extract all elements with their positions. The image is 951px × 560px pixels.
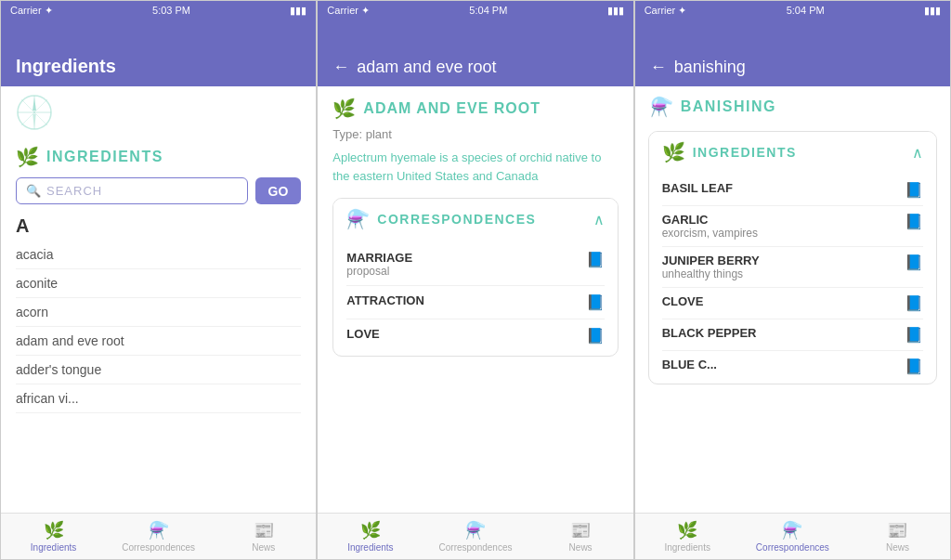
corr-name-attraction: ATTRACTION	[346, 293, 424, 307]
ingr-sub-garlic: exorcism, vampires	[662, 227, 758, 240]
tab-news-1[interactable]: 📰 News	[211, 514, 316, 559]
tab-bar-2: 🌿 Ingredients ⚗️ Correspondences 📰 News	[318, 513, 632, 559]
banishing-section-header: ⚗️ BANISHING	[635, 86, 950, 122]
header-title-2: adam and eve root	[357, 58, 496, 77]
ingr-item-text: JUNIPER BERRY unhealthy things	[662, 254, 760, 280]
content-2: 🌿 ADAM AND EVE ROOT Type: plant Aplectru…	[318, 86, 632, 513]
correspondences-header: ⚗️ CORRESPONDENCES ∧	[333, 199, 617, 240]
time-2: 5:04 PM	[469, 5, 507, 16]
list-item[interactable]: african vi...	[16, 384, 301, 413]
flask-icon: ⚗️	[346, 208, 370, 230]
tab-label-corr-1: Correspondences	[122, 542, 195, 553]
corr-item-text: MARRIAGE proposal	[346, 251, 412, 278]
section-header-1: 🌿 INGREDIENTS	[16, 146, 301, 168]
ingr-item-garlic[interactable]: GARLIC exorcism, vampires 📘	[662, 206, 923, 247]
tab-corr-3[interactable]: ⚗️ Correspondences	[740, 514, 845, 559]
tab-news-3[interactable]: 📰 News	[845, 514, 950, 559]
ingredient-header: 🌿 ADAM AND EVE ROOT	[332, 98, 618, 120]
search-box[interactable]: 🔍 SEARCH	[16, 177, 248, 204]
corr-name-marriage: MARRIAGE	[346, 251, 412, 265]
ingr-list-banishing: BASIL LEAF 📘 GARLIC exorcism, vampires 📘	[649, 173, 936, 384]
ingr-name-juniper: JUNIPER BERRY	[662, 254, 760, 267]
corr-list: MARRIAGE proposal 📘 ATTRACTION 📘	[333, 240, 617, 356]
ingr-item-blue[interactable]: BLUE C... 📘	[662, 351, 923, 382]
corr-item-love[interactable]: LOVE 📘	[346, 319, 604, 352]
carrier-3: Carrier ✦	[645, 5, 687, 17]
ingr-name-clove: CLOVE	[662, 294, 704, 308]
screen-ingredients: Carrier ✦ 5:03 PM ▮▮▮ Ingredients	[0, 0, 317, 560]
flask-icon-banishing: ⚗️	[650, 96, 673, 118]
chevron-up-icon-3[interactable]: ∧	[912, 144, 923, 162]
search-icon: 🔍	[26, 184, 41, 198]
carrier-2: Carrier ✦	[327, 5, 370, 17]
list-item[interactable]: acacia	[16, 241, 301, 269]
tab-label-news-3: News	[886, 542, 909, 553]
header-3: ← banishing	[635, 20, 950, 86]
tab-label-ingr-2: Ingredients	[347, 542, 393, 553]
corr-header-left: ⚗️ CORRESPONDENCES	[346, 208, 536, 230]
tab-ingredients-1[interactable]: 🌿 Ingredients	[1, 514, 106, 559]
list-item[interactable]: acorn	[16, 298, 301, 327]
tab-ingredients-3[interactable]: 🌿 Ingredients	[635, 514, 740, 559]
body-2: 🌿 ADAM AND EVE ROOT Type: plant Aplectru…	[318, 86, 632, 513]
ingr-item-text: BLUE C...	[662, 358, 717, 371]
ingr-name-pepper: BLACK PEPPER	[662, 326, 757, 340]
screen-adam-eve: Carrier ✦ 5:04 PM ▮▮▮ ← adam and eve roo…	[317, 0, 633, 560]
corr-item-attraction[interactable]: ATTRACTION 📘	[346, 286, 604, 319]
tab-icon-corr-3: ⚗️	[782, 520, 802, 540]
ingr-card-title: INGREDIENTS	[693, 145, 797, 160]
corr-item-text: LOVE	[346, 327, 379, 341]
list-item[interactable]: adder's tongue	[16, 356, 301, 384]
leaf-icon-banishing: 🌿	[662, 141, 685, 163]
header-2: ← adam and eve root	[318, 20, 632, 86]
corr-item-marriage[interactable]: MARRIAGE proposal 📘	[346, 243, 604, 286]
book-icon-2: 📘	[586, 293, 605, 311]
ingr-name-garlic: GARLIC	[662, 213, 758, 227]
tab-news-2[interactable]: 📰 News	[528, 514, 633, 559]
book-icon-basil: 📘	[905, 181, 923, 199]
tab-corr-2[interactable]: ⚗️ Correspondences	[423, 514, 528, 559]
compass-icon	[16, 94, 53, 131]
ingr-item-text: CLOVE	[662, 294, 704, 308]
ingr-item-juniper[interactable]: JUNIPER BERRY unhealthy things 📘	[662, 247, 923, 288]
back-button-3[interactable]: ← banishing	[650, 58, 746, 77]
tab-correspondences-1[interactable]: ⚗️ Correspondences	[106, 514, 211, 559]
time-3: 5:04 PM	[787, 5, 825, 16]
ingr-item-basil[interactable]: BASIL LEAF 📘	[662, 175, 923, 206]
battery-2: ▮▮▮	[607, 5, 624, 17]
ingr-sub-juniper: unhealthy things	[662, 267, 760, 280]
ingr-header-left: 🌿 INGREDIENTS	[662, 141, 797, 163]
book-icon-clove: 📘	[905, 294, 923, 312]
ingr-name-blue: BLUE C...	[662, 358, 717, 371]
search-row: 🔍 SEARCH GO	[16, 177, 301, 204]
ingr-card-header: 🌿 INGREDIENTS ∧	[649, 132, 936, 173]
tab-bar-1: 🌿 Ingredients ⚗️ Correspondences 📰 News	[1, 513, 316, 559]
chevron-up-icon[interactable]: ∧	[593, 211, 605, 228]
tab-icon-corr-1: ⚗️	[149, 520, 169, 540]
list-item[interactable]: aconite	[16, 269, 301, 298]
ingredients-section: 🌿 INGREDIENTS 🔍 SEARCH GO A acacia aconi…	[1, 135, 316, 419]
tab-label-news-1: News	[252, 542, 275, 553]
book-icon-1: 📘	[586, 251, 605, 268]
status-bar-3: Carrier ✦ 5:04 PM ▮▮▮	[635, 1, 950, 20]
body-3: ⚗️ BANISHING 🌿 INGREDIENTS ∧ BASIL LEAF	[635, 86, 950, 513]
tab-icon-news-2: 📰	[570, 520, 591, 540]
header-1: Ingredients	[1, 20, 316, 86]
screen-banishing: Carrier ✦ 5:04 PM ▮▮▮ ← banishing ⚗️ BAN…	[634, 0, 951, 560]
ingredients-card-banishing: 🌿 INGREDIENTS ∧ BASIL LEAF 📘 GARLIC	[648, 131, 937, 384]
tab-icon-ingr-3: 🌿	[677, 520, 697, 540]
book-icon-pepper: 📘	[905, 326, 923, 344]
corr-title: CORRESPONDENCES	[377, 212, 536, 227]
list-item[interactable]: adam and eve root	[16, 327, 301, 356]
tab-ingredients-2[interactable]: 🌿 Ingredients	[318, 514, 423, 559]
go-button[interactable]: GO	[255, 177, 302, 204]
leaf-icon-1: 🌿	[16, 146, 39, 168]
corr-item-text: ATTRACTION	[346, 293, 424, 307]
ingr-item-pepper[interactable]: BLACK PEPPER 📘	[662, 319, 923, 351]
app-container: Carrier ✦ 5:03 PM ▮▮▮ Ingredients	[0, 0, 951, 560]
back-button-2[interactable]: ← adam and eve root	[332, 58, 496, 77]
ingr-item-clove[interactable]: CLOVE 📘	[662, 288, 923, 319]
tab-icon-ingredients-1: 🌿	[44, 520, 64, 540]
book-icon-3: 📘	[586, 327, 605, 345]
tab-bar-3: 🌿 Ingredients ⚗️ Correspondences 📰 News	[635, 513, 950, 559]
